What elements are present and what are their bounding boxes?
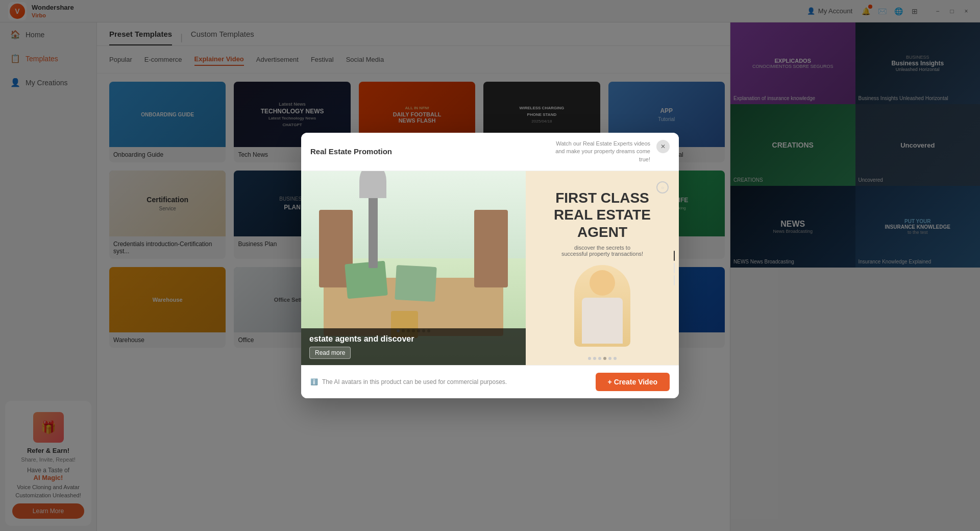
modal-title-group: Real Estate Promotion [310,147,392,156]
rdot-2 [593,357,596,360]
dot-3 [407,329,410,332]
info-icon: ℹ️ [310,378,318,385]
modal-close-button[interactable]: ✕ [656,140,670,153]
preview-dots [397,329,430,332]
rdot-6 [614,357,617,360]
dot-1 [397,329,400,332]
modal-real-estate: Real Estate Promotion Watch our Real Est… [301,133,679,398]
preview-left-panel: estate agents and discover Read more [301,171,526,365]
modal-header-right: Watch our Real Estate Experts videosand … [548,140,670,163]
caption-text: estate agents and discover [309,334,518,344]
modal-body: estate agents and discover Read more [301,171,679,365]
modal-footer: ℹ️ The AI avatars in this product can be… [301,365,679,398]
modal-header: Real Estate Promotion Watch our Real Est… [301,133,679,171]
scroll-ind-3 [674,275,675,285]
create-video-button[interactable]: + Create Video [596,373,670,391]
rdot-5 [608,357,611,360]
scroll-ind-2 [674,263,675,273]
modal-overlay[interactable]: Real Estate Promotion Watch our Real Est… [0,0,980,531]
preview-right-panel: ○ FIRST CLASSREAL ESTATEAGENT discover t… [526,171,679,365]
preview-scroll-indicators [674,251,675,285]
dot-6 [422,329,425,332]
caption-bar: estate agents and discover Read more [301,328,526,365]
dot-7 [427,329,430,332]
footer-notice-text: The AI avatars in this product can be us… [322,378,507,385]
dot-5 [417,329,420,332]
modal-preview: estate agents and discover Read more [301,171,679,365]
modal-title: Real Estate Promotion [310,147,392,156]
dot-2 [402,329,405,332]
modal-header-notice: Watch our Real Estate Experts videosand … [548,140,650,163]
right-dots [588,357,617,360]
real-estate-subtext: discover the secrets tosuccessful proper… [561,245,643,257]
person-avatar [574,265,630,347]
real-estate-heading: FIRST CLASSREAL ESTATEAGENT [554,189,651,241]
dot-4 [412,329,415,332]
footer-notice: ℹ️ The AI avatars in this product can be… [310,378,507,385]
scroll-ind-1 [674,251,675,261]
read-more-button[interactable]: Read more [309,347,351,359]
scroll-circle: ○ [656,181,669,194]
rdot-4 [603,357,606,360]
rdot-1 [588,357,591,360]
rdot-3 [598,357,601,360]
